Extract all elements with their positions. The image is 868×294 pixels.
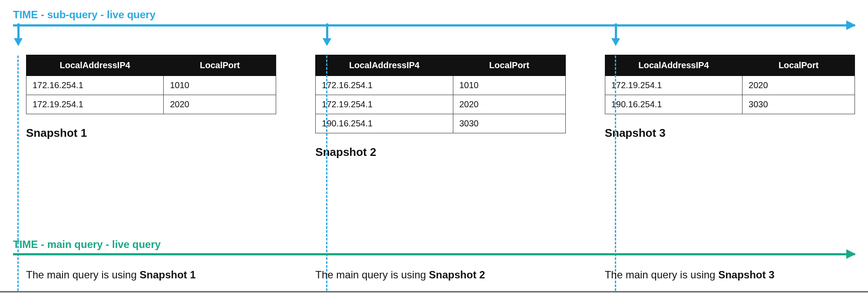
table-row: 190.16.254.13030 bbox=[316, 114, 565, 133]
cell-ip: 190.16.254.1 bbox=[316, 114, 453, 133]
cell-ip: 172.16.254.1 bbox=[316, 76, 453, 95]
table-header: LocalAddressIP4 bbox=[26, 55, 164, 76]
cell-port: 1010 bbox=[164, 76, 276, 95]
table-header: LocalPort bbox=[453, 55, 565, 76]
cell-port: 3030 bbox=[743, 95, 855, 114]
cell-ip: 190.16.254.1 bbox=[605, 95, 742, 114]
snapshot-title: Snapshot 3 bbox=[605, 126, 855, 140]
cell-port: 2020 bbox=[453, 95, 565, 114]
table-row: 172.16.254.11010 bbox=[316, 76, 565, 95]
snapshots-row: LocalAddressIP4LocalPort172.16.254.11010… bbox=[13, 55, 855, 159]
top-timeline bbox=[13, 24, 855, 33]
arrow-right-icon bbox=[846, 20, 856, 30]
table-row: 172.19.254.12020 bbox=[605, 76, 855, 95]
cell-ip: 172.19.254.1 bbox=[316, 95, 453, 114]
snapshot-column: LocalAddressIP4LocalPort172.16.254.11010… bbox=[315, 55, 565, 159]
arrow-down-icon bbox=[615, 23, 617, 40]
cell-port: 2020 bbox=[164, 95, 276, 114]
usage-snapshot-name: Snapshot 2 bbox=[429, 269, 485, 281]
cell-port: 3030 bbox=[453, 114, 565, 133]
cell-ip: 172.19.254.1 bbox=[605, 76, 742, 95]
cell-ip: 172.16.254.1 bbox=[26, 76, 164, 95]
snapshot-title: Snapshot 2 bbox=[315, 145, 565, 159]
table-header: LocalAddressIP4 bbox=[605, 55, 742, 76]
table-header: LocalAddressIP4 bbox=[316, 55, 453, 76]
cell-port: 2020 bbox=[743, 76, 855, 95]
arrow-right-icon bbox=[846, 249, 856, 259]
snapshot-table: LocalAddressIP4LocalPort172.16.254.11010… bbox=[26, 55, 276, 114]
top-timeline-line bbox=[13, 24, 855, 26]
usage-snapshot-name: Snapshot 3 bbox=[718, 269, 774, 281]
cell-port: 1010 bbox=[453, 76, 565, 95]
usage-row: The main query is using Snapshot 1The ma… bbox=[13, 269, 855, 281]
bottom-timeline bbox=[13, 253, 855, 261]
usage-prefix: The main query is using bbox=[26, 269, 139, 281]
cell-ip: 172.19.254.1 bbox=[26, 95, 164, 114]
bottom-timeline-label: TIME - main query - live query bbox=[13, 238, 855, 251]
table-row: 172.19.254.12020 bbox=[26, 95, 276, 114]
table-header: LocalPort bbox=[164, 55, 276, 76]
table-row: 172.19.254.12020 bbox=[316, 95, 565, 114]
usage-text: The main query is using Snapshot 2 bbox=[315, 269, 565, 281]
usage-text: The main query is using Snapshot 1 bbox=[26, 269, 276, 281]
snapshot-title: Snapshot 1 bbox=[26, 126, 276, 140]
usage-snapshot-name: Snapshot 1 bbox=[139, 269, 195, 281]
snapshot-table: LocalAddressIP4LocalPort172.19.254.12020… bbox=[605, 55, 855, 114]
table-row: 190.16.254.13030 bbox=[605, 95, 855, 114]
snapshot-table: LocalAddressIP4LocalPort172.16.254.11010… bbox=[315, 55, 565, 133]
top-timeline-label: TIME - sub-query - live query bbox=[13, 9, 855, 21]
snapshot-column: LocalAddressIP4LocalPort172.16.254.11010… bbox=[26, 55, 276, 140]
bottom-section: TIME - main query - live query The main … bbox=[13, 231, 855, 281]
usage-prefix: The main query is using bbox=[605, 269, 718, 281]
table-header: LocalPort bbox=[743, 55, 855, 76]
table-row: 172.16.254.11010 bbox=[26, 76, 276, 95]
bottom-timeline-line bbox=[13, 253, 855, 255]
usage-text: The main query is using Snapshot 3 bbox=[605, 269, 855, 281]
snapshot-column: LocalAddressIP4LocalPort172.19.254.12020… bbox=[605, 55, 855, 140]
footer-divider bbox=[0, 291, 868, 292]
usage-prefix: The main query is using bbox=[315, 269, 429, 281]
arrow-down-icon bbox=[326, 23, 328, 40]
arrow-down-icon bbox=[17, 23, 20, 40]
